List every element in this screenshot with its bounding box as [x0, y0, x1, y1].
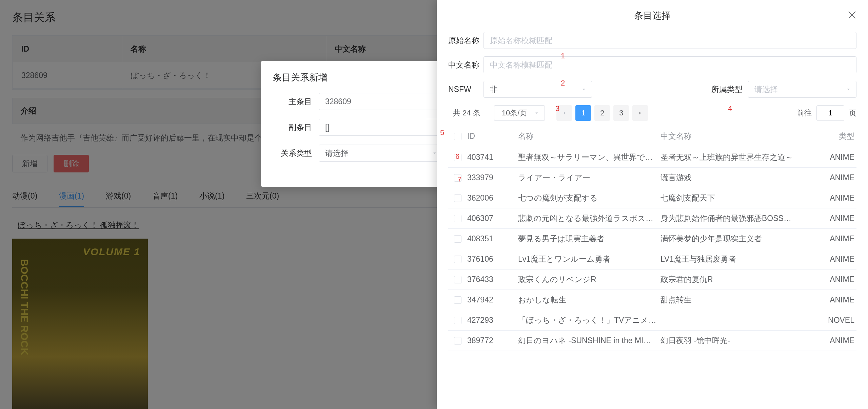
row-cn: 政宗君的复仇R [660, 274, 803, 285]
goto-page-input[interactable] [816, 105, 844, 121]
chevron-left-icon [561, 110, 567, 116]
table-row[interactable]: 333979ライアー・ライアー谎言游戏ANIME [448, 168, 856, 188]
chevron-down-icon [581, 86, 587, 92]
row-id: 376106 [467, 255, 518, 264]
total-count: 共 24 条 [453, 108, 480, 118]
pagination: 共 24 条 10条/页 1 2 3 前往 页 [448, 105, 856, 121]
row-type: ANIME [803, 153, 856, 162]
row-type: NOVEL [803, 316, 856, 325]
nsfw-value: 非 [490, 84, 498, 95]
original-name-label: 原始名称 [448, 35, 484, 46]
row-checkbox[interactable] [454, 276, 461, 283]
row-type: ANIME [803, 193, 856, 203]
page-size-select[interactable]: 10条/页 [494, 105, 545, 121]
row-cn: 满怀美梦的少年是现实主义者 [660, 234, 803, 244]
row-name: ライアー・ライアー [518, 172, 660, 183]
row-id: 389772 [467, 336, 518, 345]
drawer-title: 条目选择 [634, 11, 671, 21]
table-row[interactable]: 427293「ぼっち・ざ・ろっく！」TVアニメ公…NOVEL [448, 310, 856, 331]
row-name: 夢見る男子は現実主義者 [518, 234, 660, 244]
row-cn: LV1魔王与独居废勇者 [660, 254, 803, 264]
sub-entry-input[interactable]: [] [319, 119, 444, 136]
row-type: ANIME [803, 275, 856, 284]
row-type: ANIME [803, 214, 856, 223]
type-filter-value: 请选择 [754, 84, 778, 95]
goto-pre: 前往 [797, 108, 812, 118]
page-3-button[interactable]: 3 [613, 105, 629, 121]
entry-select-drawer: 条目选择 原始名称 中文名称 NSFW 非 所属类型 请选择 [437, 0, 868, 409]
row-id: 362006 [467, 193, 518, 203]
row-id: 406307 [467, 214, 518, 223]
row-cn: 圣者无双～上班族的异世界生存之道～ [660, 152, 803, 163]
table-header: ID 名称 中文名称 类型 [448, 126, 856, 147]
row-id: 427293 [467, 316, 518, 325]
cn-name-input[interactable] [484, 56, 856, 73]
main-entry-input[interactable]: 328609 [319, 93, 444, 110]
row-checkbox[interactable] [454, 317, 461, 324]
type-filter-select[interactable]: 请选择 [748, 81, 856, 98]
chevron-down-icon [534, 110, 540, 116]
row-name: 「ぼっち・ざ・ろっく！」TVアニメ公… [518, 315, 660, 326]
nsfw-select[interactable]: 非 [484, 81, 592, 98]
next-page-button[interactable] [632, 105, 648, 121]
row-name: 悲劇の元凶となる最強外道ラスボス女… [518, 213, 660, 224]
row-checkbox[interactable] [454, 174, 461, 182]
row-type: ANIME [803, 234, 856, 243]
close-icon[interactable] [847, 10, 858, 20]
row-type: ANIME [803, 173, 856, 182]
row-name: 政宗くんのリベンジR [518, 274, 660, 285]
row-id: 376433 [467, 275, 518, 284]
row-id: 408351 [467, 234, 518, 243]
table-row[interactable]: 376106Lv1魔王とワンルーム勇者LV1魔王与独居废勇者ANIME [448, 249, 856, 269]
type-filter-label: 所属类型 [707, 84, 748, 95]
results-table: ID 名称 中文名称 类型 403741聖者無双～サラリーマン、異世界で生…圣者… [448, 126, 856, 351]
page-1-button[interactable]: 1 [575, 105, 591, 121]
row-name: 七つの魔剣が支配する [518, 193, 660, 203]
page-2-button[interactable]: 2 [594, 105, 610, 121]
add-relation-modal: 条目关系新增 主条目 328609 副条目 [] 关系类型 请选择 [261, 61, 458, 187]
row-checkbox[interactable] [454, 215, 461, 222]
row-checkbox[interactable] [454, 194, 461, 202]
nsfw-label: NSFW [448, 85, 484, 94]
table-row[interactable]: 403741聖者無双～サラリーマン、異世界で生…圣者无双～上班族的异世界生存之道… [448, 147, 856, 168]
row-checkbox[interactable] [454, 256, 461, 263]
col-id: ID [467, 132, 518, 141]
relation-type-select[interactable]: 请选择 [319, 145, 444, 162]
cn-name-label: 中文名称 [448, 60, 484, 70]
main-entry-label: 主条目 [261, 96, 319, 107]
row-name: 聖者無双～サラリーマン、異世界で生… [518, 152, 660, 163]
row-cn: 甜点转生 [660, 295, 803, 305]
table-row[interactable]: 408351夢見る男子は現実主義者满怀美梦的少年是现实主义者ANIME [448, 229, 856, 249]
original-name-input[interactable] [484, 32, 856, 49]
row-type: ANIME [803, 336, 856, 345]
table-row[interactable]: 389772幻日のヨハネ -SUNSHINE in the MIR…幻日夜羽 -… [448, 331, 856, 351]
row-cn: 身为悲剧始作俑者的最强邪恶BOSS女… [660, 213, 803, 224]
row-checkbox[interactable] [454, 235, 461, 243]
row-id: 333979 [467, 173, 518, 182]
row-id: 347942 [467, 295, 518, 304]
drawer-header: 条目选择 [437, 0, 868, 32]
relation-type-label: 关系类型 [261, 148, 319, 159]
select-all-checkbox[interactable] [454, 133, 461, 140]
row-cn: 谎言游戏 [660, 172, 803, 183]
sub-entry-label: 副条目 [261, 122, 319, 133]
modal-title: 条目关系新增 [261, 61, 458, 93]
row-name: 幻日のヨハネ -SUNSHINE in the MIR… [518, 335, 660, 346]
chevron-down-icon [845, 86, 851, 92]
row-id: 403741 [467, 153, 518, 162]
row-name: おかしな転生 [518, 295, 660, 305]
table-row[interactable]: 406307悲劇の元凶となる最強外道ラスボス女…身为悲剧始作俑者的最强邪恶BOS… [448, 208, 856, 229]
table-row[interactable]: 362006七つの魔剣が支配する七魔剑支配天下ANIME [448, 188, 856, 208]
row-cn: 七魔剑支配天下 [660, 193, 803, 203]
row-name: Lv1魔王とワンルーム勇者 [518, 254, 660, 264]
table-row[interactable]: 347942おかしな転生甜点转生ANIME [448, 290, 856, 310]
page-size-value: 10条/页 [502, 108, 527, 118]
chevron-right-icon [637, 110, 643, 116]
table-row[interactable]: 376433政宗くんのリベンジR政宗君的复仇RANIME [448, 269, 856, 290]
prev-page-button[interactable] [556, 105, 572, 121]
row-checkbox[interactable] [454, 337, 461, 345]
row-checkbox[interactable] [454, 154, 461, 161]
row-checkbox[interactable] [454, 296, 461, 304]
col-name: 名称 [518, 131, 660, 142]
row-cn: 幻日夜羽 -镜中晖光- [660, 335, 803, 346]
